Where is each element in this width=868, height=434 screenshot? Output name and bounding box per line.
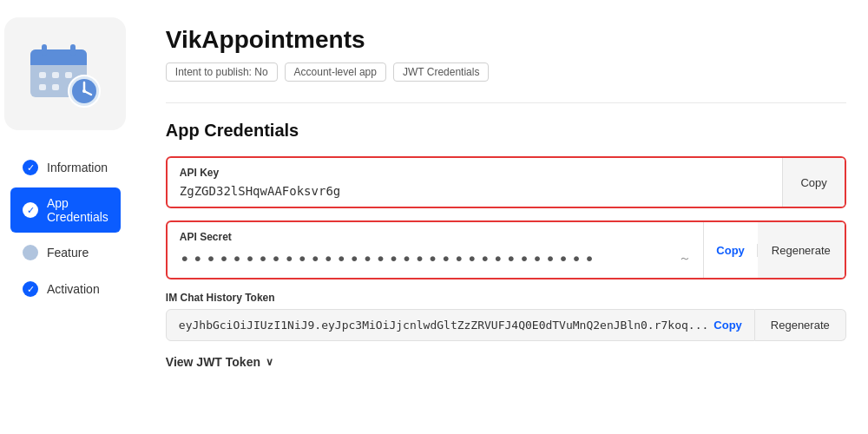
sidebar-item-activation[interactable]: ✓ Activation <box>10 273 121 306</box>
im-chat-token-group: IM Chat History Token eyJhbGciOiJIUzI1Ni… <box>166 292 846 341</box>
svg-rect-7 <box>65 72 72 78</box>
chevron-down-icon: ∨ <box>266 356 273 368</box>
badge-publish: Intent to publish: No <box>166 62 278 82</box>
sidebar: ✓ Information ✓ App Credentials Feature … <box>0 0 131 434</box>
check-icon-information: ✓ <box>23 160 38 175</box>
api-secret-actions: Copy Regenerate <box>703 222 844 278</box>
im-chat-token-row: eyJhbGciOiJIUzI1NiJ9.eyJpc3MiOiJjcnlwdGl… <box>166 309 846 341</box>
api-key-label: API Key <box>180 167 771 179</box>
app-icon-wrapper <box>4 17 126 130</box>
api-secret-label: API Secret <box>180 231 691 243</box>
badge-jwt: JWT Credentials <box>393 62 489 82</box>
im-chat-token-value: eyJhbGciOiJIUzI1NiJ9.eyJpc3MiOiJjcnlwdGl… <box>179 319 708 332</box>
svg-rect-2 <box>30 58 87 65</box>
svg-rect-9 <box>52 84 59 90</box>
im-chat-token-regenerate-button[interactable]: Regenerate <box>755 309 846 341</box>
sidebar-item-information[interactable]: ✓ Information <box>10 151 121 184</box>
sidebar-label-app-credentials: App Credentials <box>47 196 108 224</box>
badges-row: Intent to publish: No Account-level app … <box>166 62 846 82</box>
api-secret-group: API Secret •••••••••••••••••••••••••••••… <box>166 220 846 279</box>
api-key-copy-button[interactable]: Copy <box>782 158 844 207</box>
badge-account: Account-level app <box>285 62 386 82</box>
jwt-token-link-label: View JWT Token <box>166 355 260 369</box>
sidebar-label-activation: Activation <box>47 282 100 296</box>
im-chat-token-label: IM Chat History Token <box>166 292 846 304</box>
api-key-box: API Key ZgZGD32lSHqwAAFoksvr6g Copy <box>166 156 846 208</box>
api-secret-regenerate-button[interactable]: Regenerate <box>758 222 845 278</box>
eye-icon: ～ <box>679 251 691 266</box>
svg-rect-8 <box>39 84 46 90</box>
check-icon-app-credentials: ✓ <box>23 202 38 218</box>
sidebar-item-app-credentials[interactable]: ✓ App Credentials <box>10 187 121 233</box>
api-secret-value: •••••••••••••••••••••••••••••••• <box>180 248 672 269</box>
app-title: VikAppointments <box>166 26 846 54</box>
api-key-group: API Key ZgZGD32lSHqwAAFoksvr6g Copy <box>166 156 846 208</box>
svg-rect-5 <box>39 72 46 78</box>
check-icon-feature <box>23 245 38 260</box>
page: ✓ Information ✓ App Credentials Feature … <box>0 0 868 434</box>
svg-point-14 <box>82 89 86 93</box>
svg-rect-4 <box>70 44 76 56</box>
api-secret-content: API Secret •••••••••••••••••••••••••••••… <box>168 222 703 278</box>
section-title: App Credentials <box>166 121 846 141</box>
app-icon <box>26 39 104 108</box>
jwt-token-link[interactable]: View JWT Token ∨ <box>166 355 846 369</box>
api-secret-box: API Secret •••••••••••••••••••••••••••••… <box>166 220 846 279</box>
nav-list: ✓ Information ✓ App Credentials Feature … <box>0 151 131 306</box>
im-chat-token-box: eyJhbGciOiJIUzI1NiJ9.eyJpc3MiOiJjcnlwdGl… <box>166 309 755 341</box>
api-key-content: API Key ZgZGD32lSHqwAAFoksvr6g <box>168 158 783 207</box>
svg-rect-3 <box>42 44 47 56</box>
divider <box>166 102 846 103</box>
sidebar-label-information: Information <box>47 161 108 174</box>
svg-rect-6 <box>52 72 59 78</box>
sidebar-item-feature[interactable]: Feature <box>10 236 121 269</box>
main-content: VikAppointments Intent to publish: No Ac… <box>131 0 868 434</box>
api-key-value: ZgZGD32lSHqwAAFoksvr6g <box>180 184 771 198</box>
api-secret-copy-button[interactable]: Copy <box>704 244 758 257</box>
im-chat-token-copy-button[interactable]: Copy <box>713 319 742 332</box>
sidebar-label-feature: Feature <box>47 246 89 260</box>
check-icon-activation: ✓ <box>23 281 38 297</box>
